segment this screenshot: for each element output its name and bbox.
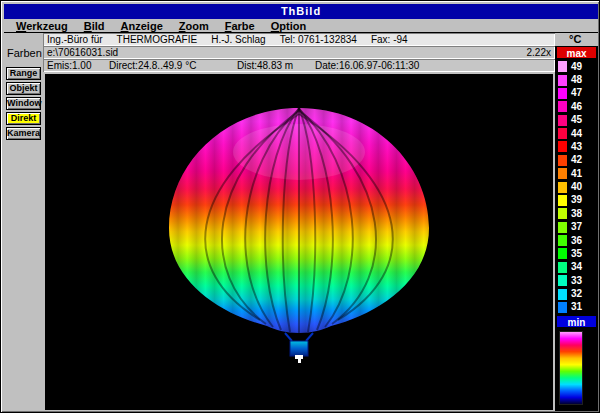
main-panel: Ing.-Büro für THERMOGRAFIE H.-J. Schlag … xyxy=(43,33,555,411)
scale-color-chip xyxy=(558,262,567,273)
scale-value: 48 xyxy=(571,75,582,85)
scale-color-chip xyxy=(558,168,567,179)
hot-air-balloon-thermogram xyxy=(45,74,553,410)
sidebar-button-range[interactable]: Range xyxy=(6,67,41,80)
scale-palette-region xyxy=(555,328,598,411)
scale-value: 44 xyxy=(571,129,582,139)
scale-color-chip xyxy=(558,88,567,99)
scale-row: 39 xyxy=(555,194,598,207)
scale-row: 40 xyxy=(555,180,598,193)
info-bar-contact: Ing.-Büro für THERMOGRAFIE H.-J. Schlag … xyxy=(43,33,555,46)
menu-item-anzeige[interactable]: Anzeige xyxy=(113,20,171,32)
scale-row: 36 xyxy=(555,234,598,247)
zoom-factor: 2.22x xyxy=(527,47,551,58)
scale-row: 38 xyxy=(555,207,598,220)
scale-value: 34 xyxy=(571,262,582,272)
thermal-image-viewport[interactable] xyxy=(45,74,553,410)
scale-color-chip xyxy=(558,101,567,112)
info-firm: Ing.-Büro für xyxy=(47,34,103,45)
scale-color-chip xyxy=(558,195,567,206)
sidebar-button-kamera[interactable]: Kamera xyxy=(6,127,41,140)
scale-value: 38 xyxy=(571,209,582,219)
scale-row: 49 xyxy=(555,60,598,73)
scale-value: 35 xyxy=(571,249,582,259)
menu-item-bild[interactable]: Bild xyxy=(76,20,113,32)
sidebar-button-direkt[interactable]: Direkt xyxy=(6,112,41,125)
balloon-basket xyxy=(285,333,313,363)
menu-item-farbe[interactable]: Farbe xyxy=(217,20,263,32)
scale-color-chip xyxy=(558,141,567,152)
scale-color-chip xyxy=(558,155,567,166)
file-path: e:\70616031.sid xyxy=(47,47,527,58)
info-firm2: THERMOGRAFIE xyxy=(117,34,198,45)
menu-item-zoom[interactable]: Zoom xyxy=(171,20,217,32)
info-bar-measurement: Emis:1.00 Direct:24.8..49.9 °C Dist:48.8… xyxy=(43,59,555,72)
sidebar-buttons: RangeObjektWindowDirektKamera xyxy=(4,67,43,140)
info-tel: Tel: 0761-132834 xyxy=(280,34,357,45)
scale-row: 44 xyxy=(555,127,598,140)
scale-max[interactable]: max xyxy=(556,46,597,59)
info-fax: Fax: -94 xyxy=(371,34,408,45)
burner-flame-spot xyxy=(295,355,303,359)
scale-value: 46 xyxy=(571,102,582,112)
scale-color-chip xyxy=(558,222,567,233)
scale-row: 34 xyxy=(555,261,598,274)
scale-value: 42 xyxy=(571,155,582,165)
scale-row: 33 xyxy=(555,274,598,287)
info-person: H.-J. Schlag xyxy=(211,34,265,45)
capture-date: Date:16.06.97-06:11:30 xyxy=(315,60,419,71)
scale-color-chip xyxy=(558,208,567,219)
scale-color-chip xyxy=(558,302,567,313)
scale-color-chip xyxy=(558,235,567,246)
sidebar-label: Farben xyxy=(7,47,43,59)
scale-row: 31 xyxy=(555,301,598,314)
scale-value: 40 xyxy=(571,182,582,192)
scale-value: 49 xyxy=(571,62,582,72)
scale-value: 36 xyxy=(571,236,582,246)
scale-value: 33 xyxy=(571,276,582,286)
scale-row: 48 xyxy=(555,73,598,86)
scale-color-chip xyxy=(558,128,567,139)
scale-value: 47 xyxy=(571,88,582,98)
menu-item-werkzeug[interactable]: Werkzeug xyxy=(8,20,76,32)
scale-value: 43 xyxy=(571,142,582,152)
window-title: ThBild xyxy=(281,5,321,17)
menu-item-option[interactable]: Option xyxy=(263,20,314,32)
sidebar-button-objekt[interactable]: Objekt xyxy=(6,82,41,95)
distance-value: Dist:48.83 m xyxy=(237,60,315,71)
scale-color-chip xyxy=(558,248,567,259)
scale-value: 41 xyxy=(571,169,582,179)
emissivity-value: Emis:1.00 xyxy=(47,60,109,71)
title-bar[interactable]: ThBild xyxy=(4,4,598,19)
scale-row: 37 xyxy=(555,221,598,234)
scale-body: 49484746454443424140393837363534333231 xyxy=(555,59,598,315)
scale-row: 41 xyxy=(555,167,598,180)
info-bar-file: e:\70616031.sid 2.22x xyxy=(43,46,555,59)
scale-row: 42 xyxy=(555,154,598,167)
scale-row: 47 xyxy=(555,87,598,100)
scale-row: 35 xyxy=(555,247,598,260)
scale-value: 32 xyxy=(571,289,582,299)
palette-bar xyxy=(559,331,583,405)
scale-color-chip xyxy=(558,115,567,126)
sidebar: Farben RangeObjektWindowDirektKamera xyxy=(4,33,43,411)
scale-color-chip xyxy=(558,275,567,286)
scale-color-chip xyxy=(558,289,567,300)
scale-value: 39 xyxy=(571,195,582,205)
scale-row: 45 xyxy=(555,114,598,127)
direct-range-value: Direct:24.8..49.9 °C xyxy=(109,60,237,71)
balloon-envelope xyxy=(169,108,429,333)
sidebar-button-window[interactable]: Window xyxy=(6,97,41,110)
scale-row: 46 xyxy=(555,100,598,113)
scale-row: 43 xyxy=(555,140,598,153)
scale-color-chip xyxy=(558,75,567,86)
scale-value: 37 xyxy=(571,222,582,232)
scale-row: 32 xyxy=(555,287,598,300)
app-window: ThBild WerkzeugBildAnzeigeZoomFarbeOptio… xyxy=(0,0,600,413)
scale-value: 31 xyxy=(571,302,582,312)
scale-color-chip xyxy=(558,182,567,193)
temperature-scale: °C max 494847464544434241403938373635343… xyxy=(555,33,598,411)
scale-min[interactable]: min xyxy=(556,315,597,328)
menu-bar: WerkzeugBildAnzeigeZoomFarbeOption xyxy=(4,19,598,33)
scale-value: 45 xyxy=(571,115,582,125)
